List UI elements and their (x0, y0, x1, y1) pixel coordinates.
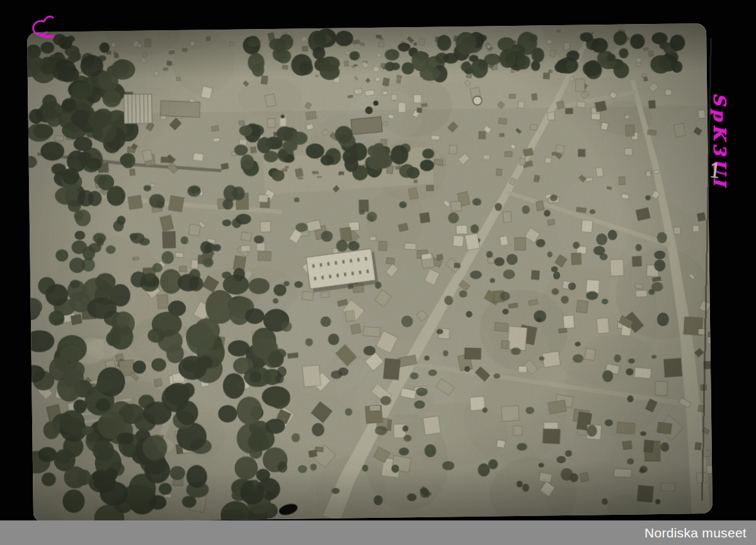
film-grain-overlay (27, 23, 713, 522)
watermark-bar: Nordiska museet (0, 520, 756, 545)
annotation-number: 1 (707, 158, 723, 183)
aerial-photo-scene (27, 23, 713, 522)
aerial-photo (27, 23, 713, 522)
film-frame: SpK3UI 1 Nordiska museet (0, 0, 756, 545)
corner-mark-icon (28, 14, 60, 45)
watermark-label: Nordiska museet (644, 525, 747, 541)
